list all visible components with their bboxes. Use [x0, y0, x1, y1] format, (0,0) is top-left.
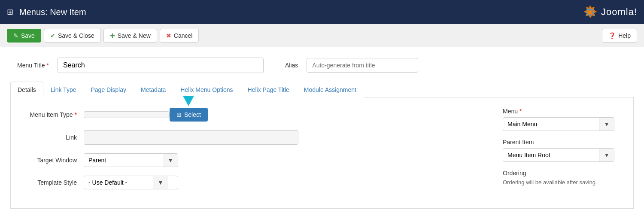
sidebar-menu-label: Menu *	[503, 108, 623, 115]
help-label: Help	[618, 32, 631, 39]
tab-page-display[interactable]: Page Display	[83, 82, 134, 97]
sidebar-parent-item-select-wrapper: Menu Item Root ▼	[503, 148, 614, 162]
save-close-label: Save & Close	[58, 32, 94, 39]
sidebar-menu-select[interactable]: Main Menu	[503, 118, 599, 131]
menu-title-label: Menu Title *	[10, 62, 49, 69]
tab-content-details: Menu Item Type * ⊞ Select	[10, 97, 634, 209]
save-icon: ✎	[13, 32, 18, 39]
sidebar-menu-select-wrapper: Main Menu ▼	[503, 117, 614, 131]
help-icon: ❓	[608, 32, 616, 39]
required-marker: *	[47, 62, 49, 69]
header-bar: ⊞ Menus: New Item Joomla!	[0, 0, 644, 24]
template-style-select-wrapper: - Use Default - ▼	[84, 176, 178, 189]
page-title: Menus: New Item	[19, 7, 86, 17]
menu-title-input[interactable]	[58, 58, 264, 73]
save-new-button[interactable]: ✚ Save & New	[103, 29, 157, 43]
save-button[interactable]: ✎ Save	[7, 29, 41, 43]
tab-link-type[interactable]: Link Type	[43, 82, 84, 97]
tab-bar: Details Link Type Page Display Metadata …	[10, 82, 634, 97]
link-field	[84, 130, 298, 145]
template-style-select[interactable]: - Use Default -	[84, 176, 153, 189]
save-label: Save	[21, 32, 35, 39]
menu-item-type-row: Menu Item Type * ⊞ Select	[21, 108, 486, 122]
sidebar-parent-item-label: Parent Item	[503, 139, 623, 146]
joomla-text: Joomla!	[601, 6, 637, 18]
tab-details[interactable]: Details	[10, 82, 43, 97]
target-window-row: Target Window Parent New window with nav…	[21, 153, 486, 167]
link-label: Link	[21, 134, 77, 141]
alias-label: Alias	[285, 62, 298, 69]
save-new-label: Save & New	[118, 32, 151, 39]
sidebar-parent-item-field: Parent Item Menu Item Root ▼	[503, 139, 623, 162]
toolbar-left: ✎ Save ✔ Save & Close ✚ Save & New ✖ Can…	[7, 29, 199, 43]
target-window-select[interactable]: Parent New window with navigation New wi…	[84, 154, 163, 167]
menu-item-type-value	[84, 111, 170, 118]
tab-main-fields: Menu Item Type * ⊞ Select	[21, 108, 486, 198]
toolbar: ✎ Save ✔ Save & Close ✚ Save & New ✖ Can…	[0, 24, 644, 47]
menu-title-row: Menu Title * Alias	[10, 58, 634, 73]
select-menu-item-type-button[interactable]: ⊞ Select	[170, 108, 208, 122]
link-row: Link	[21, 130, 486, 145]
select-grid-icon: ⊞	[176, 111, 182, 118]
arrow-indicator	[182, 94, 195, 107]
sidebar-menu-field: Menu * Main Menu ▼	[503, 108, 623, 131]
sidebar-ordering-label: Ordering	[503, 170, 623, 176]
tab-helix-page-title[interactable]: Helix Page Title	[240, 82, 297, 97]
cancel-label: Cancel	[174, 32, 193, 39]
sidebar-parent-item-arrow[interactable]: ▼	[599, 149, 614, 161]
menu-item-type-label: Menu Item Type *	[21, 111, 77, 118]
joomla-logo: Joomla!	[581, 3, 637, 21]
template-style-row: Template Style - Use Default - ▼	[21, 176, 486, 189]
target-window-select-wrapper: Parent New window with navigation New wi…	[84, 153, 178, 167]
main-content: Menu Title * Alias Details Link Type Pag…	[0, 47, 644, 216]
alias-input[interactable]	[307, 58, 418, 73]
template-style-arrow[interactable]: ▼	[153, 176, 168, 189]
tab-metadata[interactable]: Metadata	[134, 82, 173, 97]
check-icon: ✔	[50, 32, 55, 39]
target-window-arrow[interactable]: ▼	[163, 154, 178, 167]
cancel-icon: ✖	[166, 32, 171, 39]
target-window-label: Target Window	[21, 157, 77, 164]
header-left: ⊞ Menus: New Item	[7, 7, 86, 17]
joomla-brand-icon	[581, 3, 598, 21]
svg-marker-0	[183, 96, 194, 106]
template-style-label: Template Style	[21, 179, 77, 186]
sidebar-parent-item-select[interactable]: Menu Item Root	[503, 149, 599, 161]
sidebar-ordering-field: Ordering Ordering will be available afte…	[503, 170, 623, 186]
help-button[interactable]: ❓ Help	[602, 29, 637, 43]
tab-sidebar: Menu * Main Menu ▼ Parent Item Menu Item…	[503, 108, 623, 198]
sidebar-menu-arrow[interactable]: ▼	[599, 118, 614, 131]
sidebar-ordering-text: Ordering will be available after saving.	[503, 179, 623, 186]
grid-icon: ⊞	[7, 7, 13, 17]
save-close-button[interactable]: ✔ Save & Close	[44, 29, 101, 43]
cancel-button[interactable]: ✖ Cancel	[160, 29, 199, 43]
toolbar-right: ❓ Help	[602, 29, 637, 43]
plus-icon: ✚	[110, 32, 115, 39]
tab-module-assignment[interactable]: Module Assignment	[297, 82, 364, 97]
